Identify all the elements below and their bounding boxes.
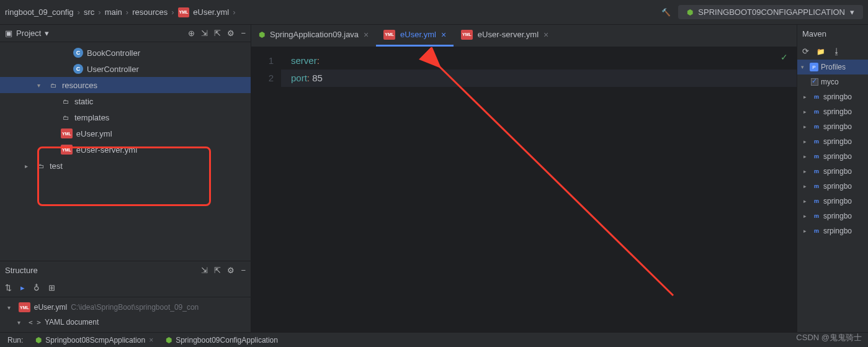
collapse-all-icon[interactable] (214, 266, 221, 275)
maven-module-label: springbo (823, 92, 852, 101)
maven-module-item[interactable]: ▸mspringbo (797, 134, 868, 149)
structure-file-item[interactable]: YML eUser.yml C:\idea\SpringBoot\springb… (0, 300, 251, 315)
structure-node[interactable]: < > YAML document (0, 315, 251, 330)
tree-item-label: templates (74, 113, 109, 122)
select-opened-file-icon[interactable] (188, 29, 195, 38)
chevron-right-icon: ▸ (803, 228, 810, 234)
download-icon[interactable] (833, 47, 841, 56)
tree-item[interactable]: CBookController (0, 45, 251, 61)
maven-module-item[interactable]: ▸mspringbo (797, 194, 868, 209)
refresh-icon[interactable] (802, 47, 809, 56)
maven-module-icon: m (812, 122, 821, 131)
run-configuration-selector[interactable]: ⬢ SPRINGBOOT09CONFIGAPPLICATION (678, 5, 863, 19)
yml-icon: YML (19, 302, 30, 312)
chevron-down-icon (17, 319, 25, 326)
code-editor[interactable]: 12 server: port: 85 (251, 47, 797, 347)
breadcrumb-item[interactable]: resources (132, 7, 168, 17)
run-config-name: SPRINGBOOT09CONFIGAPPLICATION (698, 7, 845, 17)
hide-icon[interactable] (241, 29, 246, 38)
tree-item-label: static (74, 97, 93, 106)
inspections-ok-icon[interactable] (781, 52, 788, 62)
class-icon: C (73, 48, 83, 58)
autoscroll-icon[interactable] (20, 283, 25, 292)
editor-tab[interactable]: ⬢SpringApplication09.java× (251, 24, 376, 47)
chevron-right-icon: › (126, 7, 128, 17)
close-icon[interactable]: × (364, 30, 369, 40)
watermark-text: CSDN @鬼鬼骑士 (796, 332, 862, 343)
maven-module-item[interactable]: ▸mspringbo (797, 179, 868, 194)
close-icon[interactable]: × (544, 30, 548, 40)
maven-panel-title: Maven (797, 25, 868, 42)
maven-module-item[interactable]: ▸mspringbo (797, 149, 868, 164)
tree-item[interactable]: YMLeUser-server.yml (0, 142, 251, 158)
maven-profiles-node[interactable]: ▾ P Profiles (797, 60, 868, 74)
tree-view-icon[interactable] (34, 283, 40, 292)
editor-tab[interactable]: YMLeUser-server.yml× (454, 24, 556, 47)
add-project-icon[interactable] (817, 47, 825, 56)
chevron-right-icon: ▸ (803, 109, 810, 115)
run-tool-window-bar: Run: ⬢ Springboot08ScmpApplication × ⬢ S… (0, 332, 868, 347)
tree-item[interactable]: CUserController (0, 61, 251, 77)
structure-node-label: YAML document (45, 318, 99, 327)
maven-module-label: springbo (823, 152, 852, 161)
maven-module-item[interactable]: ▸msrpingbo (797, 223, 868, 238)
chevron-right-icon: ▸ (803, 198, 810, 204)
tree-item-label: BookController (87, 48, 140, 58)
run-tab[interactable]: ⬢ Springboot09ConfigApplication (166, 336, 278, 345)
run-tab[interactable]: ⬢ Springboot08ScmpApplication × (35, 336, 153, 345)
structure-file-label: eUser.yml (34, 303, 67, 312)
chevron-right-icon: › (98, 7, 101, 17)
checkbox-checked-icon[interactable] (811, 78, 818, 86)
editor-content[interactable]: server: port: 85 (281, 47, 797, 347)
chevron-right-icon: ▸ (803, 213, 810, 219)
tree-item[interactable]: 🗀resources (0, 77, 251, 93)
spring-icon: ⬢ (35, 336, 42, 345)
breadcrumb-item[interactable]: main (105, 7, 122, 17)
tree-item[interactable]: 🗀templates (0, 109, 251, 125)
hide-icon[interactable] (241, 266, 246, 275)
chevron-right-icon: ▸ (803, 94, 810, 100)
breadcrumb-item[interactable]: eUser.yml (193, 7, 229, 17)
maven-module-item[interactable]: ▸mspringbo (797, 209, 868, 223)
tree-item[interactable]: YMLeUser.yml (0, 125, 251, 142)
chevron-right-icon: ▸ (803, 153, 810, 160)
editor-tab[interactable]: YMLeUser.yml× (376, 24, 454, 47)
maven-module-item[interactable]: ▸mspringbo (797, 164, 868, 179)
maven-module-label: springbo (823, 182, 852, 191)
code-line[interactable]: port: 85 (281, 70, 797, 87)
maven-tree[interactable]: ▾ P Profiles myco ▸mspringbo▸mspringbo▸m… (797, 60, 868, 347)
gear-icon[interactable] (227, 266, 235, 275)
breadcrumb-item[interactable]: ringboot_09_config (5, 7, 74, 17)
run-tab-label: Springboot09ConfigApplication (176, 336, 278, 345)
collapse-all-icon[interactable] (214, 29, 221, 38)
chevron-down-icon[interactable] (45, 29, 49, 38)
project-tree[interactable]: CBookControllerCUserController🗀resources… (0, 42, 251, 261)
tree-view-icon[interactable] (48, 283, 55, 292)
yml-icon: YML (461, 30, 473, 40)
breadcrumb-item[interactable]: src (84, 7, 94, 17)
maven-module-item[interactable]: ▸mspringbo (797, 104, 868, 119)
maven-module-item[interactable]: ▸mspringbo (797, 119, 868, 134)
expand-all-icon[interactable] (201, 266, 208, 275)
spring-icon: ⬢ (687, 8, 693, 17)
gear-icon[interactable] (227, 29, 235, 38)
tree-item[interactable]: 🗀static (0, 93, 251, 109)
chevron-right-icon: ▸ (803, 168, 810, 174)
sort-icon[interactable] (5, 283, 12, 292)
maven-profile-item[interactable]: myco (797, 74, 868, 89)
class-icon: C (73, 64, 83, 74)
yaml-document-icon: < > (29, 318, 41, 327)
run-tab-label: Springboot08ScmpApplication (45, 336, 145, 345)
editor-tabs: ⬢SpringApplication09.java×YMLeUser.yml×Y… (251, 25, 797, 47)
expand-all-icon[interactable] (201, 29, 208, 38)
close-icon[interactable]: × (149, 336, 153, 345)
tree-item-label: resources (62, 81, 97, 90)
hammer-icon[interactable] (661, 7, 671, 17)
close-icon[interactable]: × (441, 30, 446, 40)
code-line[interactable]: server: (281, 52, 797, 70)
structure-toolbar (0, 279, 251, 297)
maven-module-icon: m (812, 182, 821, 191)
maven-module-item[interactable]: ▸mspringbo (797, 89, 868, 104)
tree-item[interactable]: 🗀test (0, 158, 251, 174)
chevron-down-icon (37, 82, 45, 89)
